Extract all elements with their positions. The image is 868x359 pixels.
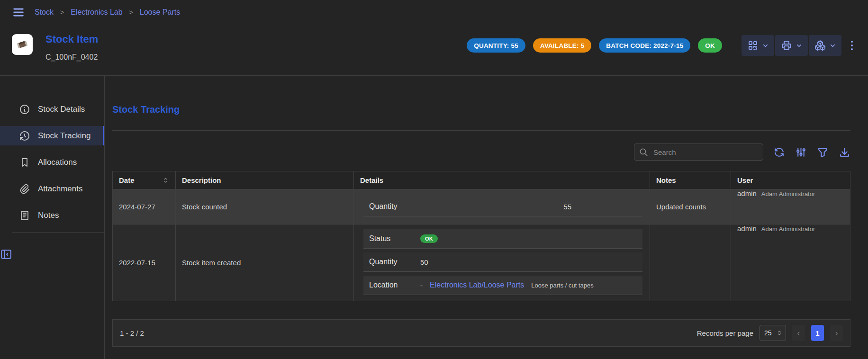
- detail-key: Quantity: [363, 202, 420, 211]
- notes-cell: [650, 224, 731, 301]
- breadcrumb: Stock > Electronics Lab > Loose Parts: [35, 8, 180, 17]
- status-ok-badge: OK: [698, 38, 722, 53]
- date-cell: 2024-07-27: [113, 189, 175, 224]
- stock-tracking-table: Date Description Details Notes User 2024…: [112, 171, 850, 301]
- column-header-description[interactable]: Description: [175, 171, 353, 189]
- previous-page-button[interactable]: ‹: [792, 325, 805, 341]
- record-range-label: 1 - 2 / 2: [120, 329, 144, 337]
- user-cell: admin Adam Administrator: [731, 189, 850, 224]
- download-icon[interactable]: [839, 146, 850, 158]
- detail-key: Quantity: [363, 258, 420, 266]
- sidebar-item-label: Attachments: [38, 184, 83, 194]
- location-link[interactable]: Electronics Lab/Loose Parts: [430, 281, 524, 289]
- chevron-down-icon: [829, 42, 836, 49]
- table-toolbar: [112, 144, 850, 161]
- breadcrumb-separator: >: [60, 9, 64, 16]
- sidebar-item-notes[interactable]: Notes: [0, 206, 104, 225]
- pagination-bar: 1 - 2 / 2 Records per page 25 ‹ 1 ›: [112, 319, 850, 347]
- more-options-kebab-icon[interactable]: [848, 39, 856, 52]
- filter-icon[interactable]: [817, 146, 829, 158]
- table-header-row: Date Description Details Notes User: [113, 171, 850, 189]
- sort-icon[interactable]: [162, 177, 169, 184]
- location-dash: -: [420, 281, 423, 289]
- description-cell: Stock item created: [175, 224, 353, 301]
- printer-icon: [781, 40, 792, 51]
- breadcrumb-separator: >: [129, 9, 133, 16]
- sidebar-item-stock-details[interactable]: Stock Details: [0, 99, 104, 119]
- detail-value: 50: [420, 258, 428, 266]
- details-cell: Status OK Quantity 50 Location - Electro…: [353, 224, 650, 301]
- paperclip-icon: [19, 183, 30, 195]
- batch-code-badge: BATCH CODE: 2022-7-15: [599, 38, 690, 53]
- qr-code-icon: [747, 40, 759, 51]
- sidebar-item-allocations[interactable]: Allocations: [0, 153, 104, 172]
- user-full-name: Adam Administrator: [761, 190, 815, 197]
- detail-key: Status: [363, 234, 420, 243]
- main-panel: Stock Tracking: [105, 76, 868, 359]
- column-header-notes[interactable]: Notes: [650, 171, 731, 189]
- table-row[interactable]: 2024-07-27 Stock counted Quantity 55 Upd…: [113, 189, 850, 224]
- notes-cell: Updated counts: [650, 189, 731, 224]
- page-1-button[interactable]: 1: [811, 325, 824, 341]
- breadcrumb-link-stock[interactable]: Stock: [35, 8, 54, 17]
- breadcrumb-bar: Stock > Electronics Lab > Loose Parts: [0, 0, 868, 25]
- capacitor-image: [13, 35, 32, 54]
- page-header: Stock Item C_100nF_0402 QUANTITY: 55 AVA…: [0, 25, 868, 76]
- stock-actions-button[interactable]: [809, 35, 841, 56]
- column-header-date[interactable]: Date: [113, 171, 175, 189]
- adjustments-icon[interactable]: [795, 146, 807, 158]
- table-row[interactable]: 2022-07-15 Stock item created Status OK …: [113, 224, 850, 301]
- detail-value: 55: [420, 203, 642, 211]
- page-subtitle: C_100nF_0402: [45, 53, 98, 62]
- selector-icon: [776, 330, 783, 336]
- detail-status-row: Status OK: [363, 229, 642, 249]
- detail-quantity-row: Quantity 50: [363, 252, 642, 272]
- column-header-details: Details: [353, 171, 650, 189]
- history-icon: [19, 130, 30, 142]
- chevron-down-icon: [762, 42, 769, 49]
- print-actions-button[interactable]: [775, 35, 808, 56]
- column-header-user[interactable]: User: [731, 171, 850, 189]
- breadcrumb-link-loose-parts[interactable]: Loose Parts: [140, 8, 180, 17]
- header-badges: QUANTITY: 55 AVAILABLE: 5 BATCH CODE: 20…: [467, 38, 722, 53]
- description-cell: Stock counted: [175, 189, 353, 224]
- barcode-actions-button[interactable]: [741, 35, 774, 56]
- sidebar-collapse-icon[interactable]: [0, 248, 104, 260]
- records-per-page-value: 25: [764, 329, 772, 337]
- sidebar-item-label: Notes: [38, 211, 59, 220]
- chevron-down-icon: [796, 42, 803, 49]
- breadcrumb-link-electronics-lab[interactable]: Electronics Lab: [71, 8, 122, 17]
- sidebar-item-attachments[interactable]: Attachments: [0, 179, 104, 198]
- refresh-icon[interactable]: [773, 146, 785, 158]
- user-full-name: Adam Administrator: [761, 225, 815, 233]
- location-description: Loose parts / cut tapes: [531, 282, 594, 289]
- section-divider: [112, 130, 850, 131]
- records-per-page-select[interactable]: 25: [760, 325, 786, 341]
- search-box: [634, 144, 763, 161]
- details-cell: Quantity 55: [353, 189, 650, 224]
- next-page-button[interactable]: ›: [830, 325, 843, 341]
- search-icon: [639, 148, 648, 157]
- sidebar-item-label: Allocations: [38, 158, 77, 167]
- sidebar-divider: [12, 232, 104, 233]
- records-per-page-label: Records per page: [697, 329, 753, 337]
- status-ok-mini-badge: OK: [420, 234, 438, 243]
- bookmark-icon: [19, 157, 30, 168]
- sidebar-item-label: Stock Tracking: [38, 131, 91, 141]
- search-input[interactable]: [652, 148, 758, 157]
- part-thumbnail[interactable]: [12, 34, 33, 55]
- date-cell: 2022-07-15: [113, 224, 175, 301]
- sidebar-item-label: Stock Details: [38, 105, 85, 114]
- info-icon: [19, 104, 30, 115]
- page-title: Stock Item: [45, 33, 98, 45]
- stock-packages-icon: [814, 40, 826, 51]
- notes-icon: [19, 210, 30, 221]
- sidebar-item-stock-tracking[interactable]: Stock Tracking: [0, 126, 104, 145]
- sidebar: Stock Details Stock Tracking Allocations…: [0, 76, 105, 359]
- detail-location-row: Location - Electronics Lab/Loose Parts L…: [363, 276, 642, 295]
- header-actions: [741, 35, 856, 56]
- detail-key: Location: [363, 281, 420, 289]
- quantity-badge: QUANTITY: 55: [467, 38, 525, 53]
- username: admin: [737, 189, 757, 197]
- menu-hamburger-icon[interactable]: [12, 6, 25, 19]
